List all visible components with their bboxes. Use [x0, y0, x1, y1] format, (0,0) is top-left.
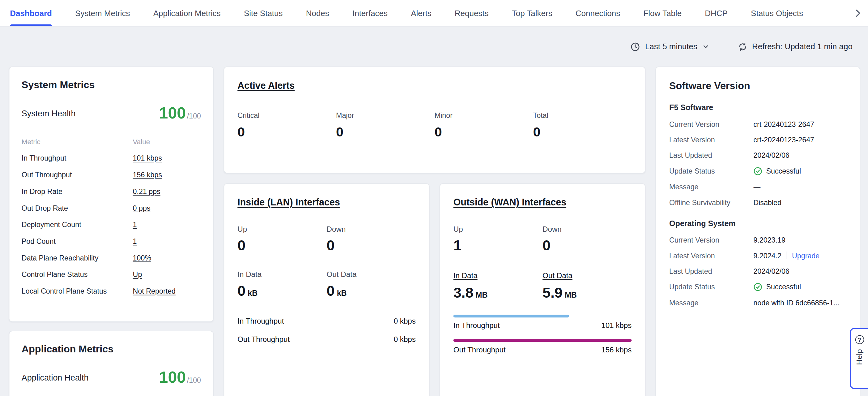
metric-label: Out Throughput [22, 170, 133, 179]
sv-row: Last Updated2024/02/06 [669, 263, 846, 279]
upgrade-link[interactable]: Upgrade [792, 251, 819, 260]
out-throughput-value: 0 kbps [394, 335, 416, 344]
inside-out-throughput-row: Out Throughput 0 kbps [238, 331, 416, 349]
tab-dashboard[interactable]: Dashboard [10, 0, 52, 26]
sv-value: 9.2024.2 [753, 251, 781, 260]
clock-icon [630, 42, 640, 51]
sv-label: Last Updated [669, 267, 753, 275]
sv-label: Offline Survivability [669, 198, 753, 206]
system-metrics-table: Metric Value In Throughput101 kbps Out T… [22, 134, 201, 299]
tab-flow-table[interactable]: Flow Table [643, 0, 682, 26]
stat-label: Minor [435, 111, 533, 120]
table-row: Control Plane StatusUp [22, 266, 201, 283]
system-metrics-card: System Metrics System Health 100 /100 Me… [9, 66, 214, 322]
time-range-selector[interactable]: Last 5 minutes [630, 42, 709, 51]
sv-label: Latest Version [669, 136, 753, 144]
alert-stat-minor: Minor 0 [435, 111, 533, 140]
dashboard-page: Dashboard System Metrics Application Met… [0, 0, 868, 396]
metric-column-header: Metric [22, 138, 133, 145]
metric-label: In Drop Rate [22, 187, 133, 195]
time-range-label: Last 5 minutes [645, 42, 698, 51]
outside-interfaces-title-link[interactable]: Outside (WAN) Interfaces [454, 197, 566, 208]
metric-value-link[interactable]: Not Reported [133, 287, 176, 295]
up-label: Up [454, 225, 542, 233]
tab-requests[interactable]: Requests [455, 0, 489, 26]
divider [786, 252, 787, 259]
tab-nodes[interactable]: Nodes [306, 0, 329, 26]
sv-label: Message [669, 298, 753, 307]
out-throughput-value: 156 kbps [601, 346, 631, 354]
sv-label: Message [669, 182, 753, 191]
down-label: Down [542, 225, 631, 233]
sv-row: Last Updated2024/02/06 [669, 147, 846, 163]
application-health-max: /100 [187, 376, 201, 385]
metric-value-link[interactable]: 0 pps [133, 204, 151, 212]
inside-interfaces-card: Inside (LAN) Interfaces Up 0 Down 0 [223, 183, 429, 396]
tab-status-objects[interactable]: Status Objects [751, 0, 803, 26]
metric-value-link[interactable]: 1 [133, 220, 137, 229]
down-value: 0 [542, 237, 631, 253]
out-data-link[interactable]: Out Data [542, 271, 572, 280]
tab-dhcp[interactable]: DHCP [705, 0, 728, 26]
help-button[interactable]: ? Help [850, 328, 868, 389]
metric-label: Deployment Count [22, 220, 133, 229]
active-alerts-title-link[interactable]: Active Alerts [238, 80, 294, 91]
chevron-right-icon [853, 8, 863, 18]
stat-value: 0 [533, 124, 632, 140]
metric-value-link[interactable]: 1 [133, 237, 137, 245]
tab-system-metrics[interactable]: System Metrics [75, 0, 130, 26]
inside-interfaces-title-link[interactable]: Inside (LAN) Interfaces [238, 197, 340, 208]
sv-value: 9.2023.19 [753, 236, 785, 244]
software-version-title: Software Version [669, 80, 846, 92]
table-header: Metric Value [22, 134, 201, 150]
out-data-value: 0 [327, 282, 335, 299]
sv-row-latest-version: Latest Version 9.2024.2 Upgrade [669, 248, 846, 263]
stat-value: 0 [435, 124, 533, 140]
out-throughput-label: Out Throughput [238, 335, 290, 344]
metric-value-link[interactable]: 156 kbps [133, 170, 162, 179]
metric-value-link[interactable]: 101 kbps [133, 154, 162, 162]
tab-site-status[interactable]: Site Status [244, 0, 283, 26]
question-mark-icon: ? [855, 335, 864, 344]
alert-stat-major: Major 0 [336, 111, 435, 140]
tab-connections[interactable]: Connections [576, 0, 620, 26]
help-label: Help [855, 349, 864, 365]
sv-row: Current Versioncrt-20240123-2647 [669, 116, 846, 132]
operating-system-heading: Operating System [669, 219, 846, 228]
sv-value: crt-20240123-2647 [753, 136, 814, 144]
out-throughput-bar [454, 339, 632, 342]
metric-value-link[interactable]: Up [133, 270, 142, 278]
out-data-value: 5.9 [542, 284, 563, 301]
sv-label: Last Updated [669, 151, 753, 159]
chevron-down-icon [702, 43, 709, 50]
stat-label: Total [533, 111, 632, 120]
tab-application-metrics[interactable]: Application Metrics [153, 0, 221, 26]
metric-value-link[interactable]: 0.21 pps [133, 187, 160, 195]
table-row: In Drop Rate0.21 pps [22, 183, 201, 200]
sv-status-text: Successful [766, 282, 801, 291]
metric-value-link[interactable]: 100% [133, 253, 152, 262]
stat-value: 0 [238, 124, 336, 140]
tabs-overflow-button[interactable] [848, 0, 868, 26]
tab-alerts[interactable]: Alerts [411, 0, 431, 26]
outside-down: Down 0 [542, 225, 631, 253]
stat-value: 0 [336, 124, 435, 140]
metric-label: Control Plane Status [22, 270, 133, 278]
application-health-value: 100 [159, 369, 186, 386]
in-data-value: 0 [238, 282, 245, 299]
outside-in-throughput-row: In Throughput 101 kbps [454, 317, 632, 335]
inside-out-data: Out Data 0kB [327, 270, 416, 299]
in-data-link[interactable]: In Data [454, 271, 477, 280]
table-row: Out Throughput156 kbps [22, 166, 201, 183]
refresh-button[interactable]: Refresh: Updated 1 min ago [738, 42, 852, 51]
sv-row-update-status: Update Status Successful [669, 163, 846, 179]
f5-software-heading: F5 Software [669, 103, 846, 112]
tab-interfaces[interactable]: Interfaces [352, 0, 388, 26]
sv-label: Update Status [669, 282, 753, 291]
application-health-label: Application Health [22, 373, 89, 382]
tab-top-talkers[interactable]: Top Talkers [512, 0, 552, 26]
out-data-unit: MB [565, 290, 577, 299]
software-version-card: Software Version F5 Software Current Ver… [655, 66, 860, 396]
metric-label: In Throughput [22, 154, 133, 162]
in-throughput-label: In Throughput [454, 321, 500, 330]
